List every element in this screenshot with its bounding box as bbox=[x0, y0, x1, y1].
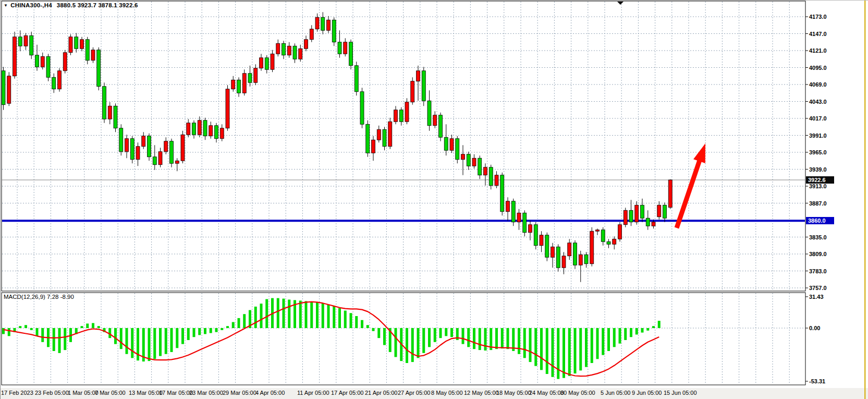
macd-histogram-bar bbox=[546, 328, 548, 374]
candle-body bbox=[641, 205, 644, 218]
candle-body bbox=[97, 50, 101, 87]
macd-histogram-bar bbox=[361, 320, 363, 328]
candle-body bbox=[80, 40, 84, 49]
macd-histogram-bar bbox=[193, 328, 195, 337]
candle-body bbox=[203, 120, 207, 136]
trend-arrow-head[interactable] bbox=[693, 143, 705, 163]
candle-body bbox=[260, 58, 263, 68]
candle-body bbox=[321, 17, 325, 30]
candle-body bbox=[148, 136, 151, 157]
date-axis-label: 30 May 05:00 bbox=[560, 390, 595, 396]
macd-histogram-bar bbox=[215, 328, 218, 332]
date-axis-label: 24 May 05:00 bbox=[529, 390, 564, 396]
candle-body bbox=[63, 53, 67, 71]
price-axis-label: 4147.0 bbox=[809, 31, 827, 37]
macd-histogram-bar bbox=[333, 306, 335, 328]
macd-histogram-bar bbox=[557, 328, 559, 379]
candle-body bbox=[265, 58, 268, 70]
current-price-tag: 3922.6 bbox=[806, 176, 834, 184]
macd-histogram-bar bbox=[243, 314, 246, 328]
macd-histogram-bar bbox=[574, 328, 577, 373]
macd-histogram-bar bbox=[176, 328, 178, 348]
price-axis-label: 3809.0 bbox=[809, 251, 827, 257]
macd-histogram-bar bbox=[310, 301, 313, 328]
candle-body bbox=[506, 201, 510, 212]
candle-body bbox=[556, 247, 560, 268]
macd-histogram-bar bbox=[406, 328, 408, 363]
chart-canvas[interactable]: 4173.04147.04121.04095.04069.04043.04017… bbox=[0, 0, 868, 399]
candle-body bbox=[41, 56, 44, 67]
candle-body bbox=[237, 80, 241, 93]
chart-window[interactable]: 4173.04147.04121.04095.04069.04043.04017… bbox=[0, 0, 868, 399]
macd-histogram-bar bbox=[563, 328, 565, 378]
macd-histogram-bar bbox=[8, 328, 10, 336]
candle-body bbox=[282, 43, 286, 55]
macd-histogram-bar bbox=[316, 302, 319, 328]
candle-body bbox=[366, 124, 370, 153]
date-axis-label: 23 Mar 05:00 bbox=[189, 390, 223, 396]
price-axis-label: 3939.0 bbox=[809, 166, 827, 173]
macd-histogram-bar bbox=[439, 328, 442, 338]
candle-body bbox=[164, 141, 168, 152]
macd-histogram-bar bbox=[585, 328, 588, 367]
macd-histogram-bar bbox=[607, 328, 610, 351]
macd-histogram-bar bbox=[25, 325, 27, 328]
macd-histogram-bar bbox=[422, 328, 425, 353]
macd-histogram-bar bbox=[518, 328, 520, 354]
candle-body bbox=[91, 50, 95, 61]
price-axis-label: 3991.0 bbox=[809, 132, 827, 139]
macd-histogram-bar bbox=[181, 328, 184, 344]
candle-body bbox=[399, 110, 403, 122]
macd-axis-label: -53.31 bbox=[809, 378, 825, 384]
symbol-period-label: CHINA300-,H4 bbox=[10, 2, 52, 8]
candle-body bbox=[293, 46, 297, 59]
candle-body bbox=[276, 43, 280, 54]
candle-body bbox=[46, 56, 50, 77]
macd-histogram-bar bbox=[338, 308, 341, 328]
candle-body bbox=[181, 135, 185, 161]
macd-histogram-bar bbox=[238, 318, 240, 328]
macd-histogram-bar bbox=[2, 328, 5, 334]
candle-body bbox=[349, 42, 353, 66]
macd-histogram-bar bbox=[355, 316, 358, 328]
candle-body bbox=[327, 20, 331, 30]
macd-histogram-bar bbox=[19, 326, 21, 328]
macd-histogram-bar bbox=[602, 328, 604, 355]
price-axis-label: 4121.0 bbox=[809, 47, 827, 54]
chart-shift-marker bbox=[617, 2, 624, 5]
candle-body bbox=[529, 225, 532, 233]
macd-histogram-bar bbox=[434, 328, 436, 342]
candle-body bbox=[175, 161, 179, 163]
candle-body bbox=[360, 92, 364, 125]
ohlc-values: 3880.5 3923.7 3878.1 3922.6 bbox=[57, 2, 138, 8]
candle-body bbox=[215, 126, 218, 139]
symbol-dropdown-icon[interactable]: ▼ bbox=[4, 3, 8, 8]
date-axis-label: 29 Mar 05:00 bbox=[223, 390, 256, 396]
date-axis-label: 18 May 05:00 bbox=[496, 390, 531, 396]
macd-histogram-bar bbox=[221, 328, 223, 330]
candle-body bbox=[461, 154, 465, 160]
date-axis-label: 23 Feb 05:00 bbox=[35, 390, 69, 396]
macd-histogram-bar bbox=[350, 313, 352, 328]
candle-body bbox=[511, 201, 515, 222]
candle-body bbox=[618, 225, 622, 239]
macd-histogram-bar bbox=[114, 328, 117, 344]
price-axis-label: 3965.0 bbox=[809, 149, 827, 155]
support-price-tag[interactable]: 3860.0 bbox=[806, 217, 834, 224]
macd-histogram-bar bbox=[288, 299, 290, 328]
macd-histogram-bar bbox=[579, 328, 582, 370]
candle-body bbox=[248, 74, 252, 83]
candle-body bbox=[35, 55, 39, 67]
candle-body bbox=[545, 235, 549, 258]
candle-body bbox=[254, 68, 258, 83]
candle-body bbox=[450, 139, 454, 151]
macd-histogram-bar bbox=[411, 328, 414, 362]
date-axis-label: 17 Feb 2023 bbox=[1, 390, 33, 396]
macd-histogram-bar bbox=[187, 328, 190, 340]
candle-body bbox=[607, 241, 610, 244]
price-axis-label: 3835.0 bbox=[809, 234, 827, 240]
date-axis-label: 12 May 05:00 bbox=[464, 390, 499, 396]
macd-histogram-bar bbox=[232, 322, 235, 328]
candle-body bbox=[18, 37, 22, 46]
date-axis-label: 1 Mar 05:00 bbox=[68, 390, 99, 396]
